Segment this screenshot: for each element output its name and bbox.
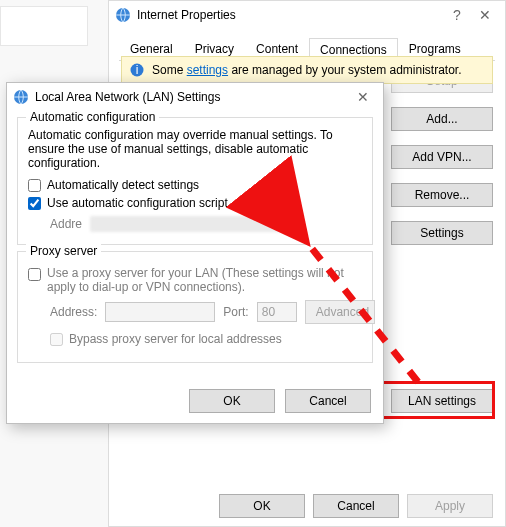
- ip-apply-button[interactable]: Apply: [407, 494, 493, 518]
- auto-detect-label: Automatically detect settings: [47, 178, 199, 192]
- admin-info-bar: i Some settings are managed by your syst…: [121, 56, 493, 84]
- auto-address-redacted: [90, 216, 280, 232]
- lan-settings-button[interactable]: LAN settings: [391, 389, 493, 413]
- lan-cancel-button[interactable]: Cancel: [285, 389, 371, 413]
- info-post: are managed by your system administrator…: [228, 63, 461, 77]
- info-pre: Some: [152, 63, 187, 77]
- auto-detect-checkbox[interactable]: [28, 179, 41, 192]
- right-button-column: Setup Add... Add VPN... Remove... Settin…: [391, 69, 493, 245]
- proxy-address-row: Address: Port: Advanced: [50, 300, 362, 324]
- globe-icon: [13, 89, 29, 105]
- ip-cancel-button[interactable]: Cancel: [313, 494, 399, 518]
- auto-detect-row: Automatically detect settings: [28, 178, 362, 192]
- info-text: Some settings are managed by your system…: [152, 63, 461, 77]
- proxy-advanced-button[interactable]: Advanced: [305, 300, 375, 324]
- info-icon: i: [130, 63, 144, 77]
- help-button[interactable]: ?: [443, 7, 471, 23]
- auto-script-row: Use automatic configuration script: [28, 196, 362, 210]
- auto-legend: Automatic configuration: [26, 110, 159, 124]
- proxy-bypass-row: Bypass proxy server for local addresses: [50, 332, 362, 346]
- add-vpn-button[interactable]: Add VPN...: [391, 145, 493, 169]
- background-window-sliver: [0, 6, 88, 46]
- auto-address-row: Addre: [50, 216, 362, 232]
- close-button[interactable]: ✕: [471, 7, 499, 23]
- automatic-configuration-group: Automatic configuration Automatic config…: [17, 117, 373, 245]
- add-button[interactable]: Add...: [391, 107, 493, 131]
- proxy-port-input[interactable]: [257, 302, 297, 322]
- settings-button[interactable]: Settings: [391, 221, 493, 245]
- lan-ok-button[interactable]: OK: [189, 389, 275, 413]
- svg-text:i: i: [136, 63, 139, 77]
- info-settings-link[interactable]: settings: [187, 63, 228, 77]
- proxy-address-label: Address:: [50, 305, 97, 319]
- auto-script-label: Use automatic configuration script: [47, 196, 228, 210]
- proxy-address-input[interactable]: [105, 302, 215, 322]
- proxy-bypass-label: Bypass proxy server for local addresses: [69, 332, 282, 346]
- lan-footer: OK Cancel: [189, 389, 371, 413]
- proxy-bypass-checkbox[interactable]: [50, 333, 63, 346]
- auto-description: Automatic configuration may override man…: [28, 128, 362, 170]
- lan-title: Local Area Network (LAN) Settings: [35, 90, 349, 104]
- ip-titlebar: Internet Properties ? ✕: [109, 1, 505, 29]
- ip-footer: OK Cancel Apply: [109, 494, 505, 518]
- remove-button[interactable]: Remove...: [391, 183, 493, 207]
- proxy-port-label: Port:: [223, 305, 248, 319]
- lan-titlebar: Local Area Network (LAN) Settings ✕: [7, 83, 383, 111]
- proxy-server-group: Proxy server Use a proxy server for your…: [17, 251, 373, 363]
- proxy-legend: Proxy server: [26, 244, 101, 258]
- globe-icon: [115, 7, 131, 23]
- proxy-use-checkbox[interactable]: [28, 268, 41, 281]
- auto-script-checkbox[interactable]: [28, 197, 41, 210]
- proxy-use-row: Use a proxy server for your LAN (These s…: [28, 266, 362, 294]
- lan-close-button[interactable]: ✕: [349, 89, 377, 105]
- proxy-use-label: Use a proxy server for your LAN (These s…: [47, 266, 362, 294]
- ip-ok-button[interactable]: OK: [219, 494, 305, 518]
- ip-title: Internet Properties: [137, 8, 443, 22]
- lan-settings-window: Local Area Network (LAN) Settings ✕ Auto…: [6, 82, 384, 424]
- auto-address-label: Addre: [50, 217, 82, 231]
